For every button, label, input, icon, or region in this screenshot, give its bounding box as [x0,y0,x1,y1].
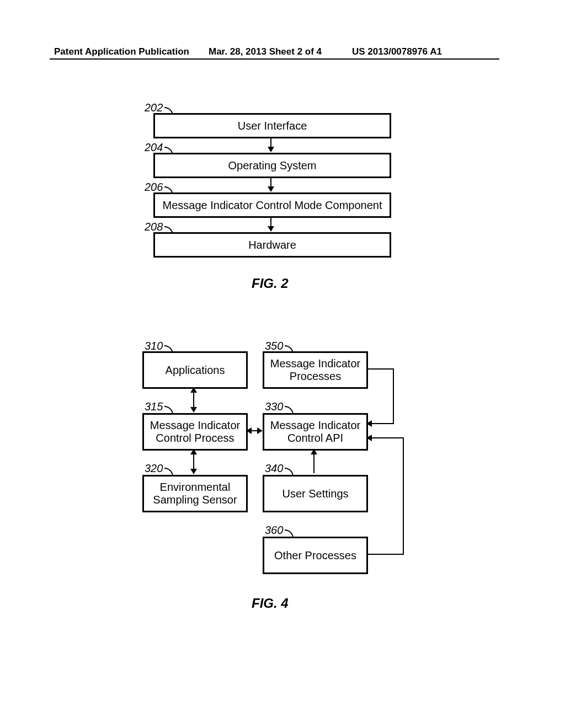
arrow-line [393,368,394,424]
box-label: Message Indicator Control API [270,419,360,445]
header-mid: Mar. 28, 2013 Sheet 2 of 4 [209,46,322,57]
arrow-line [372,423,394,424]
arrow-line [372,437,404,438]
arrow-line [270,137,271,148]
ref-204: 204 [145,141,163,154]
arrowhead-down-icon [268,226,274,232]
box-env-sampling-sensor: Environmental Sampling Sensor [142,475,248,512]
box-label: User Settings [282,488,348,500]
box-msg-indicator-processes: Message Indicator Processes [263,351,368,389]
arrowhead-down-icon [268,186,274,192]
arrow-line [193,392,194,408]
ref-310: 310 [145,340,163,352]
box-label: Hardware [248,239,296,251]
box-label: Message Indicator Control Process [150,419,240,445]
ref-350: 350 [265,340,283,352]
header-right: US 2013/0078976 A1 [352,46,442,57]
box-operating-system: Operating System [153,153,391,178]
box-label: Operating System [228,159,316,172]
box-user-interface: User Interface [153,113,391,138]
box-applications: Applications [142,351,248,389]
header-left: Patent Application Publication [54,46,189,57]
arrowhead-left-icon [366,420,372,427]
box-label: Message Indicator Control Mode Component [163,199,382,212]
ref-315: 315 [145,400,163,413]
box-label: User Interface [238,120,307,132]
box-label: Applications [166,364,225,377]
arrow-line [270,216,271,227]
arrowhead-down-icon [268,147,274,152]
arrow-line [366,554,404,555]
fig4-caption: FIG. 4 [252,596,289,611]
arrowhead-down-icon [190,407,197,413]
box-hardware: Hardware [153,232,391,258]
ref-208: 208 [145,221,163,233]
box-label: Message Indicator Processes [270,357,360,383]
ref-202: 202 [145,101,163,114]
patent-page: Patent Application Publication Mar. 28, … [0,0,565,728]
box-other-processes: Other Processes [263,537,368,574]
box-msg-indicator-control-api: Message Indicator Control API [263,413,368,451]
arrowhead-right-icon [257,427,263,434]
arrow-line [366,368,394,370]
header-rule [50,58,499,60]
ref-320: 320 [145,462,163,475]
arrow-line [313,453,315,473]
box-label: Other Processes [274,549,356,562]
box-msg-indicator-control-process: Message Indicator Control Process [142,413,248,451]
arrow-line [193,453,194,470]
arrowhead-left-icon [366,435,372,441]
box-user-settings: User Settings [263,475,368,512]
ref-340: 340 [265,462,283,475]
ref-360: 360 [265,524,283,537]
arrow-line [270,176,271,188]
arrow-line [403,437,404,555]
box-msg-indicator-mode: Message Indicator Control Mode Component [153,192,391,218]
box-label: Environmental Sampling Sensor [153,481,237,506]
fig2-caption: FIG. 2 [252,276,289,291]
ref-330: 330 [265,400,283,413]
ref-206: 206 [145,181,163,194]
arrowhead-down-icon [190,469,197,474]
